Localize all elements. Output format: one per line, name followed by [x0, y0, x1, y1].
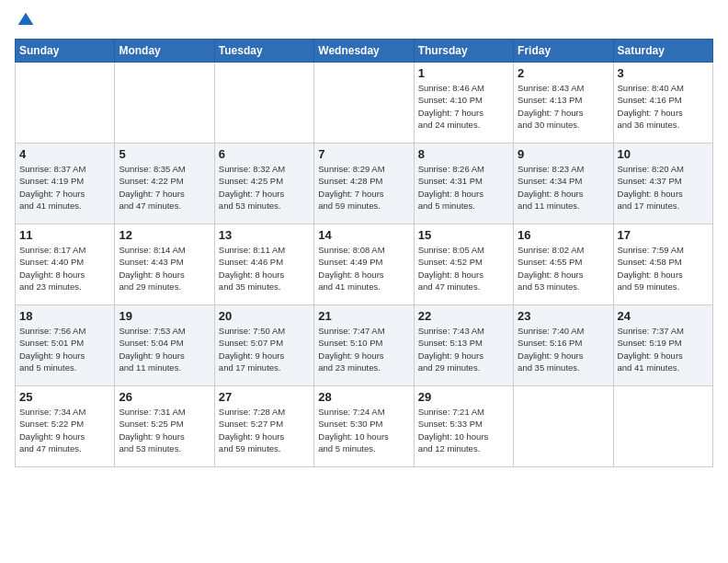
calendar-cell	[514, 386, 613, 467]
day-number: 6	[219, 147, 310, 161]
week-row-1: 4Sunrise: 8:37 AM Sunset: 4:19 PM Daylig…	[16, 144, 713, 224]
day-info: Sunrise: 7:53 AM Sunset: 5:04 PM Dayligh…	[119, 325, 210, 373]
day-number: 21	[318, 309, 409, 323]
calendar-cell: 8Sunrise: 8:26 AM Sunset: 4:31 PM Daylig…	[414, 144, 513, 224]
calendar-cell: 28Sunrise: 7:24 AM Sunset: 5:30 PM Dayli…	[314, 386, 414, 467]
calendar-cell: 27Sunrise: 7:28 AM Sunset: 5:27 PM Dayli…	[214, 386, 313, 467]
day-number: 24	[618, 309, 709, 323]
calendar-table: SundayMondayTuesdayWednesdayThursdayFrid…	[15, 39, 713, 467]
day-number: 20	[219, 309, 310, 323]
day-info: Sunrise: 7:24 AM Sunset: 5:30 PM Dayligh…	[318, 406, 409, 454]
day-info: Sunrise: 7:31 AM Sunset: 5:25 PM Dayligh…	[119, 406, 210, 454]
day-number: 19	[119, 309, 210, 323]
day-number: 13	[219, 228, 310, 242]
day-info: Sunrise: 8:43 AM Sunset: 4:13 PM Dayligh…	[518, 82, 609, 131]
calendar-cell	[16, 63, 115, 144]
calendar-cell: 14Sunrise: 8:08 AM Sunset: 4:49 PM Dayli…	[314, 224, 414, 305]
day-info: Sunrise: 8:40 AM Sunset: 4:16 PM Dayligh…	[618, 82, 709, 131]
day-number: 9	[518, 147, 609, 161]
day-info: Sunrise: 8:23 AM Sunset: 4:34 PM Dayligh…	[518, 163, 609, 212]
day-info: Sunrise: 7:43 AM Sunset: 5:13 PM Dayligh…	[418, 325, 509, 373]
calendar-cell: 17Sunrise: 7:59 AM Sunset: 4:58 PM Dayli…	[613, 224, 712, 305]
week-row-4: 25Sunrise: 7:34 AM Sunset: 5:22 PM Dayli…	[16, 386, 713, 467]
day-info: Sunrise: 8:08 AM Sunset: 4:49 PM Dayligh…	[318, 244, 409, 293]
calendar-cell: 15Sunrise: 8:05 AM Sunset: 4:52 PM Dayli…	[414, 224, 513, 305]
day-number: 14	[318, 228, 409, 242]
calendar-cell: 18Sunrise: 7:56 AM Sunset: 5:01 PM Dayli…	[16, 305, 115, 386]
day-header-thursday: Thursday	[414, 40, 513, 63]
calendar-cell	[613, 386, 712, 467]
week-row-0: 1Sunrise: 8:46 AM Sunset: 4:10 PM Daylig…	[16, 63, 713, 144]
calendar-cell: 24Sunrise: 7:37 AM Sunset: 5:19 PM Dayli…	[613, 305, 712, 386]
calendar-cell: 21Sunrise: 7:47 AM Sunset: 5:10 PM Dayli…	[314, 305, 414, 386]
logo-icon	[17, 11, 35, 29]
calendar-cell: 1Sunrise: 8:46 AM Sunset: 4:10 PM Daylig…	[414, 63, 513, 144]
day-number: 7	[318, 147, 409, 161]
day-number: 2	[518, 66, 609, 80]
calendar-cell: 12Sunrise: 8:14 AM Sunset: 4:43 PM Dayli…	[115, 224, 214, 305]
week-row-2: 11Sunrise: 8:17 AM Sunset: 4:40 PM Dayli…	[16, 224, 713, 305]
calendar-cell: 4Sunrise: 8:37 AM Sunset: 4:19 PM Daylig…	[16, 144, 115, 224]
day-number: 23	[518, 309, 609, 323]
week-row-3: 18Sunrise: 7:56 AM Sunset: 5:01 PM Dayli…	[16, 305, 713, 386]
day-number: 28	[318, 390, 409, 404]
day-number: 18	[19, 309, 110, 323]
calendar-cell: 25Sunrise: 7:34 AM Sunset: 5:22 PM Dayli…	[16, 386, 115, 467]
calendar-cell: 11Sunrise: 8:17 AM Sunset: 4:40 PM Dayli…	[16, 224, 115, 305]
day-info: Sunrise: 8:29 AM Sunset: 4:28 PM Dayligh…	[318, 163, 409, 212]
logo	[15, 11, 35, 29]
day-number: 29	[418, 390, 509, 404]
header	[15, 11, 713, 29]
day-info: Sunrise: 8:02 AM Sunset: 4:55 PM Dayligh…	[518, 244, 609, 293]
calendar-cell: 10Sunrise: 8:20 AM Sunset: 4:37 PM Dayli…	[613, 144, 712, 224]
calendar-cell: 13Sunrise: 8:11 AM Sunset: 4:46 PM Dayli…	[214, 224, 313, 305]
day-number: 1	[418, 66, 509, 80]
calendar-cell: 9Sunrise: 8:23 AM Sunset: 4:34 PM Daylig…	[514, 144, 613, 224]
day-info: Sunrise: 8:17 AM Sunset: 4:40 PM Dayligh…	[19, 244, 110, 293]
day-number: 25	[19, 390, 110, 404]
calendar-cell: 2Sunrise: 8:43 AM Sunset: 4:13 PM Daylig…	[514, 63, 613, 144]
day-info: Sunrise: 7:37 AM Sunset: 5:19 PM Dayligh…	[618, 325, 709, 373]
page-container: SundayMondayTuesdayWednesdayThursdayFrid…	[0, 0, 728, 475]
calendar-cell: 5Sunrise: 8:35 AM Sunset: 4:22 PM Daylig…	[115, 144, 214, 224]
calendar-cell: 6Sunrise: 8:32 AM Sunset: 4:25 PM Daylig…	[214, 144, 313, 224]
day-info: Sunrise: 7:40 AM Sunset: 5:16 PM Dayligh…	[518, 325, 609, 373]
calendar-cell: 3Sunrise: 8:40 AM Sunset: 4:16 PM Daylig…	[613, 63, 712, 144]
day-header-sunday: Sunday	[16, 40, 115, 63]
day-info: Sunrise: 7:47 AM Sunset: 5:10 PM Dayligh…	[318, 325, 409, 373]
day-header-wednesday: Wednesday	[314, 40, 414, 63]
calendar-cell	[214, 63, 313, 144]
day-number: 12	[119, 228, 210, 242]
calendar-cell	[314, 63, 414, 144]
day-info: Sunrise: 8:26 AM Sunset: 4:31 PM Dayligh…	[418, 163, 509, 212]
calendar-cell	[115, 63, 214, 144]
day-info: Sunrise: 8:20 AM Sunset: 4:37 PM Dayligh…	[618, 163, 709, 212]
day-header-tuesday: Tuesday	[214, 40, 313, 63]
calendar-cell: 7Sunrise: 8:29 AM Sunset: 4:28 PM Daylig…	[314, 144, 414, 224]
day-info: Sunrise: 8:37 AM Sunset: 4:19 PM Dayligh…	[19, 163, 110, 212]
calendar-cell: 19Sunrise: 7:53 AM Sunset: 5:04 PM Dayli…	[115, 305, 214, 386]
day-number: 11	[19, 228, 110, 242]
day-number: 8	[418, 147, 509, 161]
calendar-cell: 29Sunrise: 7:21 AM Sunset: 5:33 PM Dayli…	[414, 386, 513, 467]
calendar-cell: 22Sunrise: 7:43 AM Sunset: 5:13 PM Dayli…	[414, 305, 513, 386]
day-info: Sunrise: 8:35 AM Sunset: 4:22 PM Dayligh…	[119, 163, 210, 212]
day-number: 17	[618, 228, 709, 242]
day-info: Sunrise: 7:59 AM Sunset: 4:58 PM Dayligh…	[618, 244, 709, 293]
day-number: 26	[119, 390, 210, 404]
day-number: 16	[518, 228, 609, 242]
header-row: SundayMondayTuesdayWednesdayThursdayFrid…	[16, 40, 713, 63]
day-info: Sunrise: 7:21 AM Sunset: 5:33 PM Dayligh…	[418, 406, 509, 454]
day-info: Sunrise: 8:14 AM Sunset: 4:43 PM Dayligh…	[119, 244, 210, 293]
day-info: Sunrise: 8:46 AM Sunset: 4:10 PM Dayligh…	[418, 82, 509, 131]
day-header-monday: Monday	[115, 40, 214, 63]
day-info: Sunrise: 7:28 AM Sunset: 5:27 PM Dayligh…	[219, 406, 310, 454]
day-number: 27	[219, 390, 310, 404]
day-info: Sunrise: 8:32 AM Sunset: 4:25 PM Dayligh…	[219, 163, 310, 212]
calendar-cell: 16Sunrise: 8:02 AM Sunset: 4:55 PM Dayli…	[514, 224, 613, 305]
day-info: Sunrise: 8:05 AM Sunset: 4:52 PM Dayligh…	[418, 244, 509, 293]
day-info: Sunrise: 8:11 AM Sunset: 4:46 PM Dayligh…	[219, 244, 310, 293]
calendar-cell: 20Sunrise: 7:50 AM Sunset: 5:07 PM Dayli…	[214, 305, 313, 386]
day-number: 15	[418, 228, 509, 242]
svg-marker-0	[18, 13, 34, 25]
